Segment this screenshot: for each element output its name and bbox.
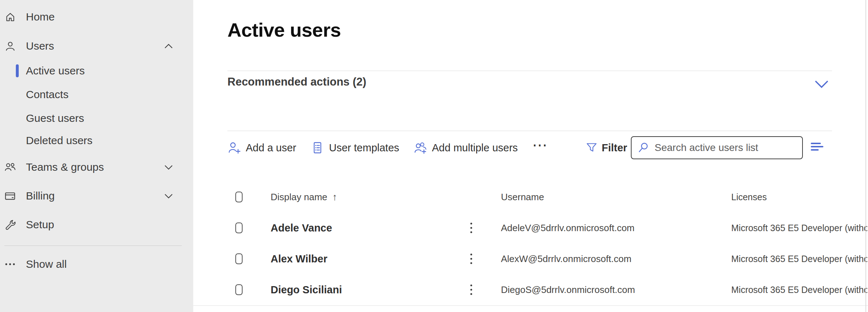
active-users-page: Home Users Active users Contacts Guest u… [0, 0, 868, 312]
chevron-down-icon[interactable] [163, 161, 174, 173]
sidebar-item-users[interactable]: Users [0, 32, 193, 60]
people-add-icon [413, 141, 427, 155]
toolbar-button-label: Add a user [246, 142, 296, 154]
person-add-icon [227, 141, 241, 155]
add-multiple-users-button[interactable]: Add multiple users [413, 141, 518, 155]
user-templates-button[interactable]: User templates [311, 141, 399, 155]
filter-button[interactable]: Filter [586, 130, 627, 165]
sidebar-item-label: Guest users [26, 112, 84, 124]
chevron-down-icon[interactable] [814, 80, 829, 89]
row-username: DiegoS@5drrlv.onmicrosoft.com [501, 274, 635, 305]
row-username: AlexW@5drrlv.onmicrosoft.com [501, 243, 632, 274]
select-all-checkbox[interactable] [235, 192, 243, 202]
table-header: Display name ↑ Username Licenses [193, 182, 868, 213]
sidebar-item-label: Users [26, 40, 54, 52]
column-header-username[interactable]: Username [501, 182, 544, 212]
sidebar-item-label: Show all [26, 258, 67, 270]
row-checkbox[interactable] [235, 253, 243, 264]
sidebar-item-label: Contacts [26, 88, 68, 101]
row-licenses: Microsoft 365 E5 Developer (withou [731, 274, 867, 305]
sidebar-item-label: Setup [26, 219, 54, 231]
main-content: Active users Recommended actions (2) Add… [193, 0, 868, 312]
toolbar-button-label: Add multiple users [432, 142, 518, 154]
sort-lines-icon[interactable] [811, 143, 823, 151]
add-user-button[interactable]: Add a user [227, 141, 296, 155]
more-vertical-icon[interactable] [469, 252, 474, 266]
selected-indicator [16, 64, 19, 77]
row-display-name[interactable]: Alex Wilber [271, 243, 327, 274]
toolbar-more-button[interactable]: ⋯ [532, 142, 548, 154]
sidebar: Home Users Active users Contacts Guest u… [0, 0, 193, 312]
ellipsis-icon [4, 258, 17, 271]
chevron-down-icon[interactable] [163, 190, 174, 202]
sidebar-item-teams-groups[interactable]: Teams & groups [0, 153, 193, 181]
sidebar-item-label: Deleted users [26, 134, 92, 147]
scrollbar-track[interactable] [865, 0, 866, 312]
row-checkbox[interactable] [235, 222, 243, 233]
row-display-name[interactable]: Adele Vance [271, 212, 332, 243]
sidebar-item-setup[interactable]: Setup [0, 211, 193, 239]
row-display-name[interactable]: Diego Siciliani [271, 274, 342, 305]
wrench-icon [4, 218, 17, 231]
row-licenses: Microsoft 365 E5 Developer (withou [731, 212, 867, 243]
credit-card-icon [4, 189, 17, 202]
template-list-icon [311, 141, 324, 155]
column-header-display-name[interactable]: Display name ↑ [271, 182, 337, 212]
home-icon [4, 10, 17, 23]
sidebar-item-deleted-users[interactable]: Deleted users [0, 131, 193, 150]
table-row[interactable]: Adele Vance AdeleV@5drrlv.onmicrosoft.co… [193, 212, 868, 244]
row-licenses: Microsoft 365 E5 Developer (withou [731, 243, 867, 274]
toolbar-button-label: User templates [329, 142, 399, 154]
page-title: Active users [227, 19, 341, 41]
table-row[interactable]: Alex Wilber AlexW@5drrlv.onmicrosoft.com… [193, 243, 868, 275]
sidebar-item-contacts[interactable]: Contacts [0, 85, 193, 104]
search-icon [637, 142, 650, 154]
person-icon [4, 40, 17, 52]
sidebar-item-billing[interactable]: Billing [0, 182, 193, 210]
search-box [631, 136, 803, 159]
recommended-actions-heading[interactable]: Recommended actions (2) [227, 75, 366, 88]
search-input[interactable] [654, 142, 802, 154]
sidebar-item-active-users[interactable]: Active users [0, 61, 193, 81]
filter-funnel-icon [586, 142, 598, 154]
more-vertical-icon[interactable] [469, 283, 474, 297]
chevron-up-icon[interactable] [163, 40, 174, 52]
people-icon [4, 161, 17, 174]
table-row[interactable]: Diego Siciliani DiegoS@5drrlv.onmicrosof… [193, 274, 868, 306]
toolbar: Add a user User templates Add multiple u… [227, 130, 548, 165]
more-vertical-icon[interactable] [469, 221, 474, 235]
row-username: AdeleV@5drrlv.onmicrosoft.com [501, 212, 634, 243]
sidebar-item-label: Active users [26, 65, 85, 77]
row-checkbox[interactable] [235, 284, 243, 295]
sidebar-item-label: Home [26, 11, 55, 23]
sidebar-divider [4, 246, 182, 246]
sidebar-item-show-all[interactable]: Show all [0, 251, 193, 278]
sort-ascending-arrow: ↑ [333, 192, 338, 203]
filter-label: Filter [602, 142, 627, 154]
sidebar-item-guest-users[interactable]: Guest users [0, 109, 193, 128]
sidebar-item-label: Teams & groups [26, 161, 104, 173]
column-header-licenses[interactable]: Licenses [731, 182, 867, 212]
sidebar-item-home[interactable]: Home [0, 2, 193, 32]
sidebar-item-label: Billing [26, 190, 55, 202]
section-divider [227, 70, 832, 71]
